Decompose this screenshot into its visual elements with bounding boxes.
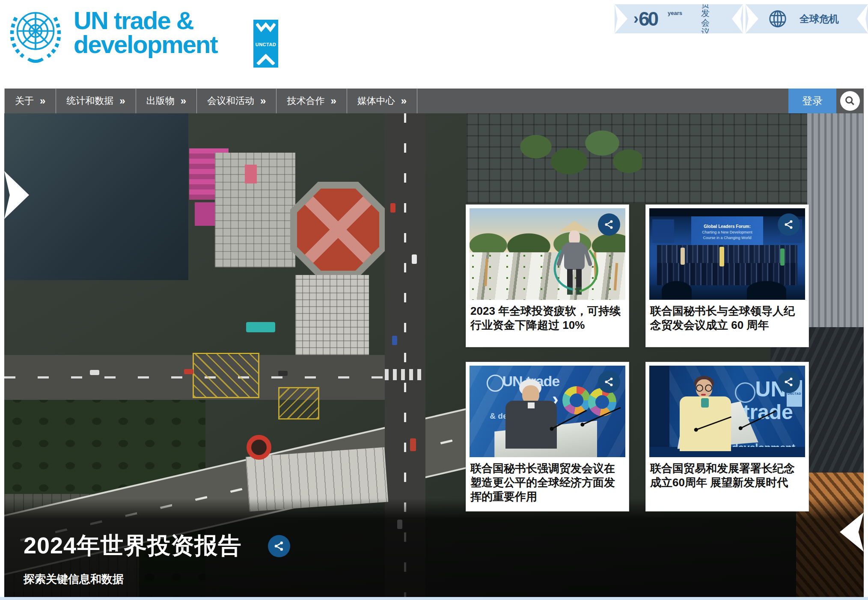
banner-unctad-60-years[interactable]: › 60 years 贸发会议60周年 [615,4,743,33]
main-screen: Global Leaders Forum: Charting a New Dev… [691,216,763,248]
building-white-highrise [215,153,295,267]
site-logo[interactable]: UN trade & development UNCTAD [5,4,217,65]
login-button[interactable]: 登录 [788,89,836,113]
leader-in-yellow [719,247,724,266]
rooftop-pool [246,322,275,332]
60-logo-years: years [668,10,682,16]
yellow-road-markings [278,387,319,420]
header-banners: › 60 years 贸发会议60周年 全球危机 [615,4,868,33]
nav-item-technical-cooperation[interactable]: 技术合作 » [276,89,346,113]
yellow-road-markings [193,353,259,398]
nav-item-publications[interactable]: 出版物 » [136,89,196,113]
crosswalk [385,369,425,380]
glasses [705,384,712,392]
60-logo-number: 60 [639,9,657,29]
car [278,371,288,376]
leader-in-tan [681,248,685,265]
chevron-double-icon: » [330,95,336,107]
chevron-double-icon: » [181,95,186,107]
nav-label: 出版物 [146,95,175,107]
building-glass-tower [4,113,188,280]
leaders-row-back [657,245,797,265]
news-card-1[interactable]: 2023 年全球投资疲软，可持续行业资金下降超过 10% [466,204,629,347]
news-title[interactable]: 联合国秘书长强调贸发会议在塑造更公平的全球经济方面发挥的重要作用 [466,457,629,504]
nav-item-about[interactable]: 关于 » [4,89,56,113]
screen-text: Global Leaders Forum: [704,224,750,229]
news-image-global-leaders-forum: Global Leaders Forum: Charting a New Dev… [649,208,805,300]
red-roundabout [247,435,271,460]
octagon-red-roof [297,189,379,271]
un-emblem-icon [5,4,66,65]
banner-global-crisis[interactable]: 全球危机 [746,4,868,33]
unctad-mark-bottom-chevron-icon [256,54,276,65]
share-button[interactable] [778,371,800,393]
banner-60-label: 贸发会议60周年 [701,4,712,33]
search-button[interactable] [836,89,864,113]
news-image-farmer-field [470,208,625,300]
tree-canopy [509,118,642,190]
chevron-double-icon: » [401,95,407,107]
nav-label: 会议和活动 [207,95,254,107]
share-icon [603,376,615,387]
hero-title[interactable]: 2024年世界投资报告 [24,530,241,562]
nav-label: 技术合作 [287,95,324,107]
hero-caption: 2024年世界投资报告 探索关键信息和数据 [24,530,290,587]
hero-carousel: 2023 年全球投资疲软，可持续行业资金下降超过 10% Global Lead… [4,113,864,597]
glasses [696,384,703,392]
share-button[interactable] [598,371,620,393]
logo-wordmark: UN trade & development [74,9,217,56]
share-icon [273,540,285,552]
unctad-mark-label: UNCTAD [256,42,276,47]
news-title[interactable]: 联合国秘书长与全球领导人纪念贸发会议成立 60 周年 [646,300,809,332]
globe-icon [768,9,788,29]
truck [410,438,416,451]
farmer-figure [555,221,594,295]
nav-item-media-centre[interactable]: 媒体中心 » [347,89,417,113]
chevron-double-icon: » [40,95,45,107]
hero-subtitle: 探索关键信息和数据 [24,572,290,587]
news-card-2[interactable]: Global Leaders Forum: Charting a New Dev… [645,204,809,347]
news-card-4[interactable]: UN UNCTAD trade & development [645,362,809,511]
lips [701,394,706,396]
car [412,254,417,264]
news-card-3[interactable]: UN trade & development › years [466,362,629,511]
nav-item-meetings-and-events[interactable]: 会议和活动 » [196,89,276,113]
logo-line1: UN trade & [74,9,217,33]
backdrop-wordmark: trade [743,400,793,424]
60-logo-arrow: › [633,11,639,27]
car [184,369,193,374]
teal-blouse [701,398,709,408]
stage-edge [649,366,669,457]
site-header: UN trade & development UNCTAD › 60 years [0,0,868,89]
share-button[interactable] [598,213,620,236]
nav-spacer [417,89,788,113]
logo-line2: development [74,33,217,56]
car [392,336,397,345]
search-circle [840,91,860,111]
main-nav: 关于 » 统计和数据 » 出版物 » 会议和活动 » 技术合作 » 媒体中心 »… [4,89,864,113]
share-icon [603,219,615,230]
unctad-mark-top-chevron-icon [256,22,276,35]
skyscraper-right [807,113,864,336]
unctad-homepage: UN trade & development UNCTAD › 60 years [0,0,868,600]
screen-text: Charting a New Development [702,230,752,234]
chevron-double-icon: » [119,95,125,107]
watering-hoses [539,246,612,297]
news-title[interactable]: 2023 年全球投资疲软，可持续行业资金下降超过 10% [466,300,629,332]
hero-share-button[interactable] [268,535,290,557]
audience-silhouette [662,281,692,300]
nav-label: 媒体中心 [357,95,395,107]
leader-in-green [780,248,785,266]
shirt-collar [528,402,535,408]
news-title[interactable]: 联合国贸易和发展署署长纪念成立60周年 展望新发展时代 [646,457,809,490]
speaker-figure [502,379,566,454]
nav-item-statistics-and-data[interactable]: 统计和数据 » [56,89,135,113]
screen-text: Course in a Changing World [703,236,752,240]
news-image-secretary-general-podium: UN trade & development › years [470,366,625,457]
news-image-unctad-chief-podium: UN UNCTAD trade & development [649,366,805,457]
audience-silhouette [747,281,786,300]
60-years-logo-icon: › 60 years [633,9,690,29]
banner-crisis-label: 全球危机 [800,12,839,26]
conical-hat [559,221,590,231]
share-button[interactable] [778,213,800,236]
